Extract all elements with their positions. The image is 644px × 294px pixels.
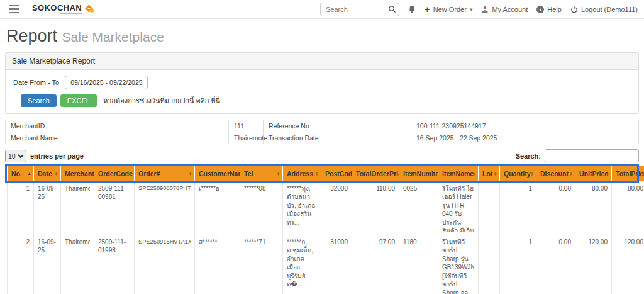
power-icon bbox=[570, 6, 578, 13]
sort-icon: ▲▼ bbox=[189, 171, 192, 176]
column-header-unitprice[interactable]: UnitPrice▲▼ bbox=[575, 166, 612, 181]
info-value: 111 bbox=[229, 120, 264, 132]
chevron-down-icon: ▾ bbox=[470, 6, 473, 13]
info-value: 100-111-230925144917 bbox=[411, 120, 639, 132]
table-cell: เ******อ bbox=[195, 181, 240, 235]
table-header-row: No.▲Date▲▼Merchant▲▼OrderCode▲▼Order#▲▼C… bbox=[8, 166, 644, 181]
column-header-merchant[interactable]: Merchant▲▼ bbox=[61, 166, 94, 181]
column-header-date[interactable]: Date▲▼ bbox=[34, 166, 61, 181]
table-cell: ******ก, ต.ชุมเห็ด, อำเภอเมืองบุรีรัมย์ … bbox=[283, 235, 321, 294]
info-icon: i bbox=[536, 6, 544, 13]
menu-icon[interactable] bbox=[9, 5, 19, 14]
notifications-button[interactable] bbox=[408, 5, 416, 13]
column-header-postcode[interactable]: PostCode▲▼ bbox=[321, 166, 352, 181]
table-cell: Thairemote bbox=[61, 181, 94, 235]
table-cell: 2509-111-01998 bbox=[94, 235, 135, 294]
logout-label: Logout (Demo111) bbox=[581, 6, 638, 13]
date-range-input[interactable] bbox=[65, 76, 148, 89]
table-cell: ******71 bbox=[240, 235, 283, 294]
new-order-button[interactable]: + New Order ▾ bbox=[425, 6, 472, 13]
table-cell: ******ทุ่ง, ตำบลนาบัว, อำเภอเมืองสุรินทร… bbox=[283, 181, 321, 235]
date-range-hint[interactable]: หากต้องการช่วงวันที่มากกว่านี้ คลิก ที่น… bbox=[103, 95, 222, 106]
report-filter-panel: Sale Marketplace Report Date From - To S… bbox=[5, 52, 639, 114]
my-account-button[interactable]: My Account bbox=[481, 6, 528, 13]
cell-text: 2509-111-01998 bbox=[98, 238, 130, 255]
column-header-itemname[interactable]: ItemName▲▼ bbox=[438, 166, 479, 181]
sort-icon: ▲▼ bbox=[494, 171, 497, 176]
table-row: 116-09-25Thairemote2509-111-00981SPE2509… bbox=[8, 181, 644, 235]
table-cell bbox=[479, 181, 500, 235]
column-header-totalprice[interactable]: TotalPrice▲▼ bbox=[612, 166, 644, 181]
cell-text: Thairemote bbox=[65, 184, 90, 193]
navbar-search bbox=[320, 3, 399, 16]
table-cell: SPE250915HVTA1XVJ bbox=[135, 235, 195, 294]
table-cell: 0.00 bbox=[536, 181, 575, 235]
column-header-itemnumber[interactable]: ItemNumber▲▼ bbox=[399, 166, 438, 181]
column-header-quantity[interactable]: Quantity▲▼ bbox=[500, 166, 536, 181]
sort-icon: ▲▼ bbox=[88, 171, 92, 176]
excel-export-button[interactable]: EXCEL bbox=[60, 94, 97, 107]
help-button[interactable]: i Help bbox=[536, 6, 562, 13]
column-header-discount[interactable]: Discount▲▼ bbox=[536, 166, 575, 181]
cell-text: 97.00 bbox=[356, 238, 395, 247]
table-search-label: Search: bbox=[516, 152, 541, 160]
search-icon bbox=[388, 5, 396, 13]
sort-icon: ▲▼ bbox=[128, 171, 132, 176]
column-header-address[interactable]: Address▲▼ bbox=[283, 166, 321, 181]
column-header-order[interactable]: Order#▲▼ bbox=[135, 166, 195, 181]
cell-text: SPE250908078PHTAQ bbox=[138, 184, 191, 193]
sort-icon: ▲▼ bbox=[432, 171, 436, 176]
logo-text: SOKOCHAN bbox=[32, 4, 82, 12]
cell-text: 120.00 bbox=[579, 238, 608, 247]
column-header-ordercode[interactable]: OrderCode▲▼ bbox=[94, 166, 135, 181]
search-button[interactable]: Search bbox=[21, 94, 57, 107]
logo-tagline bbox=[60, 13, 82, 14]
cell-text: ******ทุ่ง, ตำบลนาบัว, อำเภอเมืองสุรินทร… bbox=[287, 184, 317, 227]
column-header-totalorderprice[interactable]: TotalOrderPrice▲▼ bbox=[352, 166, 399, 181]
date-range-label: Date From - To bbox=[13, 79, 59, 86]
table-cell: 31000 bbox=[321, 235, 352, 294]
help-label: Help bbox=[547, 6, 562, 13]
top-navbar: SOKOCHAN + New Order ▾ My Account i bbox=[0, 0, 644, 19]
table-cell: 16-09-25 bbox=[34, 181, 61, 235]
column-header-tel[interactable]: Tel▲▼ bbox=[240, 166, 283, 181]
column-header-customername[interactable]: CustomerName▲▼ bbox=[195, 166, 240, 181]
table-cell: 80.00 bbox=[575, 181, 612, 235]
sort-icon: ▲▼ bbox=[315, 171, 319, 176]
cell-text: 16-09-25 bbox=[38, 184, 57, 201]
table-cell: 1 bbox=[8, 181, 34, 235]
table-search-input[interactable] bbox=[545, 149, 639, 162]
table-cell: ******08 bbox=[240, 181, 283, 235]
info-value: Thairemote bbox=[229, 132, 264, 144]
sort-icon: ▲▼ bbox=[393, 171, 397, 176]
cell-text: 2509-111-00981 bbox=[98, 184, 130, 201]
logout-button[interactable]: Logout (Demo111) bbox=[570, 6, 638, 13]
cell-text: ส****** bbox=[199, 238, 236, 247]
page-content: Report Sale Marketplace Sale Marketplace… bbox=[0, 19, 644, 294]
table-cell: SPE250908078PHTAQ bbox=[135, 181, 195, 235]
cell-text: ******ก, ต.ชุมเห็ด, อำเภอเมืองบุรีรัมย์ … bbox=[287, 238, 317, 289]
new-order-label: New Order bbox=[433, 6, 467, 13]
sort-icon: ▲▼ bbox=[472, 171, 476, 176]
cell-text: รีโมททีวี ชาร์ป Sharp รุ่น GB139WJN1 [ใช… bbox=[442, 238, 474, 294]
app-logo[interactable]: SOKOCHAN bbox=[32, 4, 96, 15]
info-label: MerchantID bbox=[6, 120, 229, 132]
table-cell: รีโมททีวี ไฮเออร์ Haier รุ่น HTR-040 รับ… bbox=[438, 181, 479, 235]
table-cell: 120.00 bbox=[575, 235, 612, 294]
sort-icon: ▲▼ bbox=[606, 171, 609, 176]
cell-text: 16-09-25 bbox=[38, 238, 57, 255]
info-row: Merchant NameThairemoteTransaction Date1… bbox=[6, 132, 639, 144]
cell-text: 118.00 bbox=[356, 184, 395, 193]
navbar-search-button[interactable] bbox=[388, 5, 396, 13]
page-size-select[interactable]: 10 bbox=[5, 150, 26, 162]
navbar-search-input[interactable] bbox=[326, 6, 388, 13]
cell-text: 1 bbox=[504, 184, 532, 193]
table-cell: 32000 bbox=[321, 181, 352, 235]
cell-text: 0.00 bbox=[540, 184, 571, 193]
table-cell: 2 bbox=[8, 235, 34, 294]
table-cell: 97.00 bbox=[352, 235, 399, 294]
table-cell: 1180 bbox=[399, 235, 438, 294]
column-header-lot[interactable]: Lot▲▼ bbox=[479, 166, 500, 181]
bell-icon bbox=[408, 5, 416, 13]
column-header-no[interactable]: No.▲ bbox=[8, 166, 34, 181]
